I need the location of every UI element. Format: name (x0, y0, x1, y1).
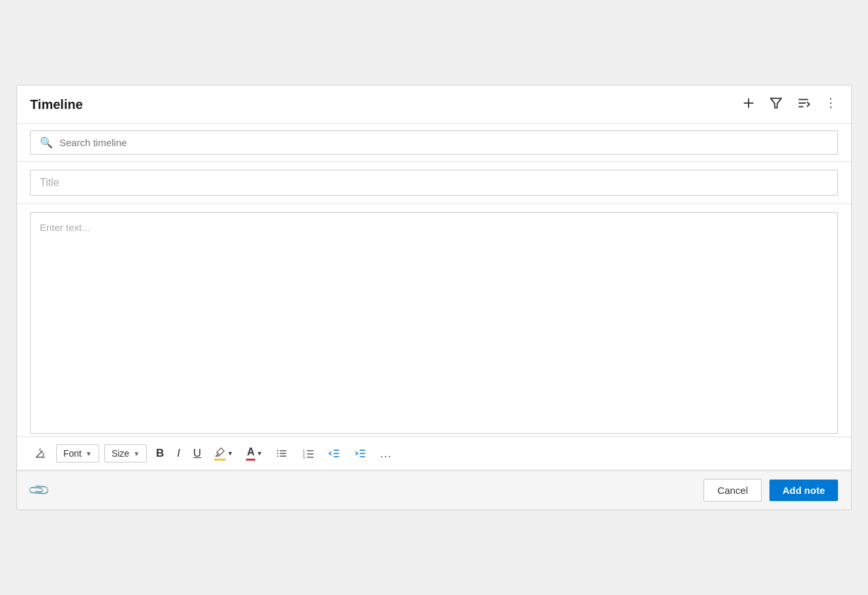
highlight-button[interactable]: ▼ (210, 444, 237, 463)
size-label: Size (112, 448, 129, 459)
search-box: 🔍 (30, 130, 838, 155)
italic-button[interactable]: I (173, 444, 184, 463)
add-icon[interactable] (741, 96, 756, 113)
bold-button[interactable]: B (152, 444, 168, 463)
filter-icon[interactable] (769, 96, 783, 113)
attachment-icon[interactable]: 📎 (27, 478, 51, 502)
title-container (17, 162, 851, 204)
outdent-button[interactable] (324, 444, 345, 463)
footer-left: 📎 (30, 482, 48, 499)
panel-header: Timeline (17, 85, 851, 124)
clear-formatting-button[interactable] (30, 444, 51, 463)
svg-marker-2 (771, 99, 782, 108)
add-note-button[interactable]: Add note (769, 480, 838, 501)
size-select[interactable]: Size ▼ (104, 444, 147, 463)
search-container: 🔍 (17, 124, 851, 162)
search-input[interactable] (59, 137, 828, 148)
footer-right: Cancel Add note (704, 479, 838, 502)
svg-point-11 (277, 455, 279, 457)
font-color-dropdown-arrow: ▼ (256, 450, 262, 457)
svg-point-7 (830, 102, 831, 104)
svg-point-10 (277, 453, 279, 454)
title-input[interactable] (30, 170, 838, 196)
size-dropdown-arrow: ▼ (133, 450, 140, 457)
search-icon: 🔍 (40, 136, 53, 149)
bullet-list-button[interactable] (271, 444, 292, 463)
header-icons (741, 96, 838, 113)
timeline-panel: Timeline (16, 85, 852, 510)
sort-icon[interactable] (796, 96, 811, 113)
svg-text:3.: 3. (303, 455, 306, 459)
numbered-list-button[interactable]: 1. 2. 3. (298, 444, 318, 463)
page-title: Timeline (30, 97, 83, 112)
formatting-toolbar: Font ▼ Size ▼ B I U (17, 436, 851, 470)
cancel-button[interactable]: Cancel (704, 479, 762, 502)
more-options-icon[interactable] (824, 96, 838, 113)
svg-point-6 (830, 98, 831, 99)
text-area[interactable] (30, 212, 838, 434)
svg-point-9 (277, 450, 279, 451)
indent-button[interactable] (350, 444, 371, 463)
svg-point-8 (830, 106, 831, 108)
highlight-dropdown-arrow: ▼ (227, 450, 233, 457)
font-color-button[interactable]: A ▼ (242, 444, 266, 463)
text-area-container (17, 204, 851, 436)
footer-bar: 📎 Cancel Add note (17, 470, 851, 510)
font-select[interactable]: Font ▼ (56, 444, 99, 463)
more-toolbar-button[interactable]: ... (376, 444, 395, 463)
font-dropdown-arrow: ▼ (85, 450, 92, 457)
font-label: Font (63, 448, 82, 459)
underline-button[interactable]: U (189, 444, 205, 463)
